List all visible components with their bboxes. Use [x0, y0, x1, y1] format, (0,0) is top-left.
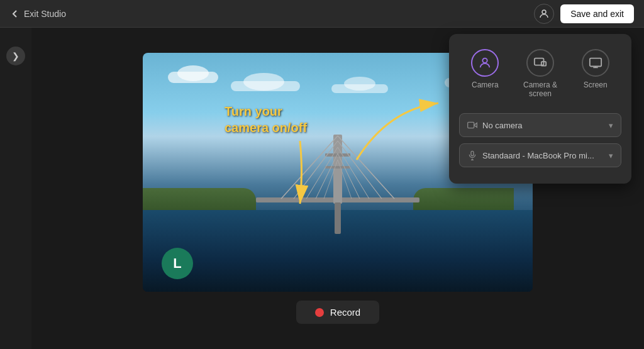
mic-select-value: Standaard - MacBook Pro mi...	[482, 151, 594, 160]
camera-select-chevron: ▾	[609, 121, 613, 130]
svg-rect-24	[468, 122, 474, 128]
screen-mode-icon	[582, 49, 609, 77]
annotation-text: Turn your camera on/off	[225, 103, 307, 136]
camera-select-value: No camera	[482, 121, 523, 130]
annotation-overlay: Turn your camera on/off	[225, 103, 307, 136]
annotation-arrow	[350, 97, 464, 172]
camera-select[interactable]: No camera ▾	[459, 113, 621, 137]
svg-rect-25	[471, 151, 474, 155]
svg-rect-21	[590, 58, 601, 67]
record-label[interactable]: Record	[330, 307, 360, 318]
save-exit-button[interactable]: Save and exit	[560, 4, 634, 23]
top-right-controls: Save and exit	[534, 4, 634, 24]
svg-point-18	[483, 58, 487, 63]
camera-screen-mode-label: Camera &screen	[523, 80, 557, 98]
mic-select-chevron: ▾	[609, 151, 613, 160]
camera-mode-label: Camera	[472, 80, 499, 89]
record-dot	[315, 308, 324, 317]
svg-rect-15	[335, 202, 341, 234]
camera-mode-icon	[471, 49, 499, 77]
mode-dropdown-panel: Camera Camera &screen Screen	[449, 34, 631, 184]
mode-selector: Camera Camera &screen Screen	[459, 44, 621, 103]
mic-select[interactable]: Standaard - MacBook Pro mi... ▾	[459, 143, 621, 167]
exit-label: Exit Studio	[24, 9, 66, 19]
svg-point-0	[542, 10, 546, 14]
top-bar: Exit Studio Save and exit	[0, 0, 644, 28]
mode-camera[interactable]: Camera	[464, 44, 506, 103]
mode-screen[interactable]: Screen	[574, 44, 617, 103]
left-panel: ❯	[0, 28, 31, 349]
screen-mode-label: Screen	[584, 80, 608, 89]
record-bar: Record	[296, 301, 379, 324]
mic-select-icon	[467, 150, 477, 160]
mode-camera-screen[interactable]: Camera &screen	[516, 44, 565, 103]
avatar: L	[162, 248, 193, 279]
expand-panel-button[interactable]: ❯	[6, 47, 25, 65]
camera-screen-mode-icon	[526, 49, 554, 77]
user-icon-button[interactable]	[534, 4, 554, 24]
annotation-arrow-down	[287, 141, 325, 216]
svg-rect-4	[325, 166, 350, 169]
camera-select-icon	[467, 120, 477, 130]
exit-studio-button[interactable]: Exit Studio	[10, 9, 66, 19]
record-bar-container: Record	[296, 301, 379, 324]
